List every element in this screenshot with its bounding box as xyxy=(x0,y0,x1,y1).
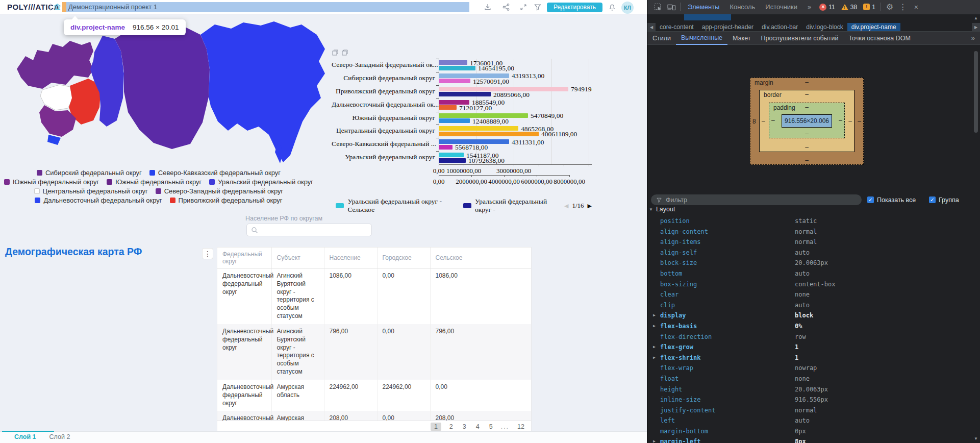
devtools-tab[interactable]: Консоль xyxy=(724,0,760,14)
boxmodel-border[interactable]: border – – – – padding – – – – 916.556×2… xyxy=(759,90,855,152)
filter-icon[interactable] xyxy=(534,3,542,11)
page-button-last[interactable]: 12 xyxy=(516,423,526,431)
axis-tick xyxy=(539,164,539,166)
chart-frame-icon[interactable] xyxy=(332,48,338,58)
selected-node-highlight[interactable] xyxy=(684,14,731,20)
map-legend-item[interactable]: Приволжский федеральный округ xyxy=(170,196,283,204)
page-button[interactable]: 2 xyxy=(448,423,455,431)
map-legend-item[interactable]: Центральный федеральный округ xyxy=(34,187,148,195)
map-legend-item[interactable]: Уральский федеральный округ xyxy=(209,178,313,186)
layer-tab[interactable]: Слой 1 xyxy=(14,433,36,440)
table-cell: 224962,00 xyxy=(377,380,430,411)
chart-legend-swatch[interactable] xyxy=(336,203,344,208)
show-all-checkbox[interactable]: ✓ xyxy=(867,196,874,203)
breadcrumb-item[interactable]: div.logo-block xyxy=(802,23,847,32)
breadcrumb-left-arrow[interactable]: ◀ xyxy=(647,23,656,32)
property-expand-icon[interactable]: ▶ xyxy=(653,353,656,363)
russia-map[interactable] xyxy=(13,20,326,167)
chart-value-label: 5470849,00 xyxy=(531,112,563,120)
toolbar-separator xyxy=(680,3,681,11)
group-checkbox[interactable]: ✓ xyxy=(929,196,936,203)
search-input[interactable] xyxy=(261,225,368,235)
scrollbar-thumb[interactable] xyxy=(974,51,978,133)
panel-tab[interactable]: Точки останова DOM xyxy=(843,32,915,44)
breadcrumb-item[interactable]: core-content xyxy=(656,23,698,32)
panel-more-chevron[interactable]: » xyxy=(966,34,980,42)
project-tab[interactable]: Демонстрационный проект 1 xyxy=(66,2,469,12)
panel-tab[interactable]: Вычисленные xyxy=(676,32,727,45)
panel-tab[interactable]: Стили xyxy=(647,32,676,44)
boxmodel-content[interactable]: 916.556×20.006 xyxy=(782,114,832,128)
chart-frame-icon-2[interactable] xyxy=(342,48,348,58)
property-name: margin-bottom xyxy=(660,426,708,437)
boxmodel-padding[interactable]: padding – – – – 916.556×20.006 xyxy=(769,103,845,138)
issues-badge[interactable]: ! 1 xyxy=(863,4,875,11)
header-divider xyxy=(51,3,51,11)
layer-tab[interactable]: Слой 2 xyxy=(49,433,70,440)
pager-next-icon[interactable]: ▶ xyxy=(588,203,592,209)
map-legend-item[interactable]: Южный федеральный округ xyxy=(107,178,202,186)
devtools-tab[interactable]: Элементы xyxy=(683,0,724,14)
map-legend-item[interactable]: Южный федеральный округ xyxy=(4,178,99,186)
layout-section-header[interactable]: ▼ Layout xyxy=(649,206,675,213)
chart-value-label: 7949198,00 xyxy=(571,85,592,93)
property-name: display xyxy=(660,310,686,321)
inspect-element-icon[interactable] xyxy=(651,1,665,14)
page-button[interactable]: 1 xyxy=(431,423,441,431)
chart-value-label: 4311331,00 xyxy=(512,138,544,146)
map-region-caucasus[interactable] xyxy=(47,135,61,145)
axis-tick xyxy=(471,175,472,177)
download-icon[interactable] xyxy=(484,3,492,11)
map-legend-item[interactable]: Сибирский федеральный округ xyxy=(37,169,142,177)
devtools-tab[interactable]: Источники xyxy=(760,0,802,14)
computed-filter-input[interactable]: Фильтр xyxy=(651,194,862,205)
breadcrumb-item[interactable]: div.project-name xyxy=(847,23,900,32)
fullscreen-icon[interactable] xyxy=(519,3,527,11)
breadcrumb-item[interactable]: div.action-bar xyxy=(758,23,802,32)
panel-tab[interactable]: Прослушиватели событий xyxy=(756,32,843,44)
error-badge[interactable]: ✕ 11 xyxy=(819,4,835,11)
map-legend-item[interactable]: Дальневосточный федеральный округ xyxy=(35,196,162,204)
devtools-kebab-icon[interactable]: ⋮ xyxy=(896,1,910,14)
chart-legend-swatch[interactable] xyxy=(463,203,471,208)
settings-gear-icon[interactable]: ⚙ xyxy=(883,1,896,14)
map-region-far-east[interactable] xyxy=(200,21,325,162)
more-panels-chevron[interactable]: » xyxy=(802,0,816,14)
warning-count: 38 xyxy=(850,4,857,11)
scroll-down-arrow[interactable]: ▼ xyxy=(973,436,979,441)
property-expand-icon[interactable]: ▶ xyxy=(653,342,656,353)
notifications-bell-icon[interactable] xyxy=(608,3,616,11)
user-avatar[interactable]: КЛ xyxy=(621,2,634,14)
close-devtools-icon[interactable]: × xyxy=(910,1,923,14)
map-region-siberia[interactable] xyxy=(115,26,210,149)
property-value: 0px xyxy=(795,426,806,437)
inspect-margin-overlay xyxy=(62,2,66,12)
scroll-up-arrow[interactable]: ▲ xyxy=(973,16,979,20)
page-button[interactable]: 3 xyxy=(461,423,468,431)
breadcrumb-right-arrow[interactable]: ▶ xyxy=(972,23,980,32)
axis-tick xyxy=(489,164,489,166)
axis-tick-label: 8000000,00 xyxy=(554,178,585,186)
map-legend-item[interactable]: Северо-Кавказский федеральный округ xyxy=(149,169,281,177)
chart-gridline xyxy=(589,59,589,164)
property-expand-icon[interactable]: ▶ xyxy=(653,321,656,332)
share-icon[interactable] xyxy=(502,3,510,11)
property-expand-icon[interactable]: ▶ xyxy=(653,310,656,321)
breadcrumb-item[interactable]: app-project-header xyxy=(698,23,758,32)
padding-top-value: – xyxy=(769,104,844,111)
widget-kebab-menu[interactable]: ⋮ xyxy=(202,248,213,259)
panel-tab[interactable]: Макет xyxy=(727,32,756,44)
border-top-value: – xyxy=(760,91,854,98)
legend-label: Уральский федеральный округ xyxy=(218,178,313,186)
warning-badge[interactable]: ! 38 xyxy=(841,4,857,11)
population-bar-chart[interactable]: Северо-Западный федеральный ок...1736001… xyxy=(332,59,592,164)
pager-prev-icon[interactable]: ◀ xyxy=(564,203,568,209)
property-expand-icon[interactable]: ▶ xyxy=(653,436,656,443)
property-value: 916.556px xyxy=(795,395,828,405)
boxmodel-margin[interactable]: margin – – 8 – border – – – – padding – … xyxy=(750,78,864,165)
page-button[interactable]: 5 xyxy=(488,423,494,431)
edit-button[interactable]: Редактировать xyxy=(547,3,602,12)
map-legend-item[interactable]: Северо-Западный федеральный округ xyxy=(156,187,284,195)
page-button[interactable]: 4 xyxy=(474,423,481,431)
device-toolbar-icon[interactable] xyxy=(665,1,678,14)
